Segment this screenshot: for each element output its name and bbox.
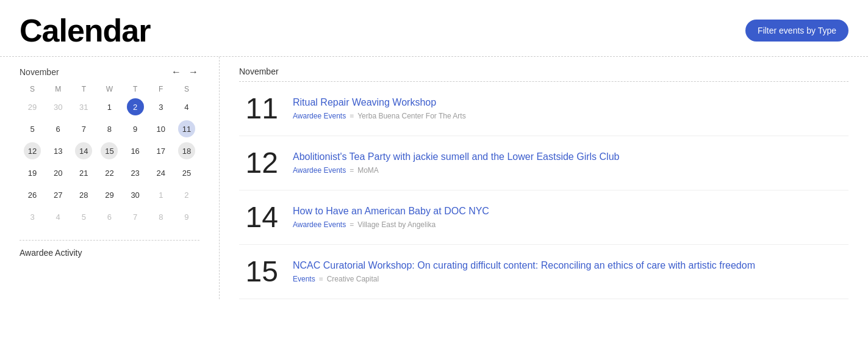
- calendar-day-cell[interactable]: 30: [45, 96, 71, 118]
- calendar-day-cell[interactable]: 21: [71, 162, 96, 184]
- calendar-day-cell[interactable]: 28: [71, 184, 96, 206]
- event-tag: Events: [293, 275, 315, 283]
- event-separator: =: [350, 166, 354, 175]
- calendar-day-cell[interactable]: 8: [148, 206, 174, 228]
- event-day-number: 12: [239, 148, 278, 178]
- calendar-day-header: S: [174, 82, 199, 96]
- page-title: Calendar: [20, 15, 151, 46]
- event-details: Ritual Repair Weaving WorkshopAwardee Ev…: [293, 94, 848, 120]
- calendar-nav: ← →: [170, 67, 199, 78]
- event-title-link[interactable]: NCAC Curatorial Workshop: On curating di…: [293, 259, 848, 272]
- calendar-day-cell[interactable]: 5: [20, 118, 45, 140]
- events-content: November 11Ritual Repair Weaving Worksho…: [220, 57, 868, 299]
- calendar-day-cell[interactable]: 1: [96, 96, 122, 118]
- event-item: 11Ritual Repair Weaving WorkshopAwardee …: [239, 82, 848, 136]
- calendar-day-cell[interactable]: 29: [96, 184, 122, 206]
- calendar-day-cell[interactable]: 22: [96, 162, 122, 184]
- calendar-day-cell[interactable]: 17: [148, 140, 174, 162]
- calendar-day-cell[interactable]: 25: [174, 162, 199, 184]
- event-item: 15NCAC Curatorial Workshop: On curating …: [239, 245, 848, 299]
- calendar-day-cell[interactable]: 9: [174, 206, 199, 228]
- calendar-day-header: T: [71, 82, 96, 96]
- event-venue: MoMA: [357, 166, 379, 175]
- events-month-header: November: [239, 57, 848, 82]
- event-list: 11Ritual Repair Weaving WorkshopAwardee …: [239, 82, 848, 299]
- event-title-link[interactable]: How to Have an American Baby at DOC NYC: [293, 205, 848, 218]
- event-title-link[interactable]: Ritual Repair Weaving Workshop: [293, 96, 848, 109]
- event-tag: Awardee Events: [293, 220, 346, 229]
- event-meta: Awardee Events=Village East by Angelika: [293, 220, 848, 229]
- calendar-day-cell[interactable]: 14: [71, 140, 96, 162]
- calendar-day-cell[interactable]: 6: [45, 118, 71, 140]
- calendar-header: November ← →: [20, 67, 199, 78]
- calendar-day-cell[interactable]: 7: [123, 206, 148, 228]
- event-meta: Awardee Events=Yerba Buena Center For Th…: [293, 112, 848, 120]
- calendar-day-cell[interactable]: 5: [71, 206, 96, 228]
- calendar-day-cell[interactable]: 2: [123, 96, 148, 118]
- event-separator: =: [350, 220, 354, 229]
- event-title-link[interactable]: Abolitionist's Tea Party with jackie sum…: [293, 151, 848, 164]
- calendar-day-cell[interactable]: 27: [45, 184, 71, 206]
- calendar-day-cell[interactable]: 8: [96, 118, 122, 140]
- calendar-prev-button[interactable]: ←: [170, 67, 182, 78]
- sidebar-divider: [20, 240, 199, 241]
- calendar-day-cell[interactable]: 20: [45, 162, 71, 184]
- calendar-day-header: M: [45, 82, 71, 96]
- event-venue: Yerba Buena Center For The Arts: [357, 112, 465, 120]
- event-tag: Awardee Events: [293, 166, 346, 175]
- calendar-day-cell[interactable]: 7: [71, 118, 96, 140]
- calendar-day-cell[interactable]: 23: [123, 162, 148, 184]
- main-layout: November ← → SMTWTFS 2930311234567891011…: [0, 57, 868, 299]
- calendar-day-cell[interactable]: 1: [148, 184, 174, 206]
- calendar-day-header: W: [96, 82, 122, 96]
- calendar-day-cell[interactable]: 24: [148, 162, 174, 184]
- page-header: Calendar Filter events by Type: [0, 0, 868, 56]
- event-details: How to Have an American Baby at DOC NYCA…: [293, 203, 848, 229]
- event-details: NCAC Curatorial Workshop: On curating di…: [293, 257, 848, 283]
- sidebar: November ← → SMTWTFS 2930311234567891011…: [0, 57, 220, 299]
- event-item: 12Abolitionist's Tea Party with jackie s…: [239, 136, 848, 190]
- event-separator: =: [350, 112, 354, 120]
- calendar-day-cell[interactable]: 10: [148, 118, 174, 140]
- event-venue: Creative Capital: [327, 275, 379, 283]
- calendar-day-cell[interactable]: 4: [45, 206, 71, 228]
- calendar-day-cell[interactable]: 4: [174, 96, 199, 118]
- calendar-day-cell[interactable]: 11: [174, 118, 199, 140]
- calendar-day-cell[interactable]: 16: [123, 140, 148, 162]
- calendar-day-cell[interactable]: 2: [174, 184, 199, 206]
- awardee-activity-label: Awardee Activity: [20, 248, 199, 258]
- calendar-day-cell[interactable]: 31: [71, 96, 96, 118]
- calendar-day-cell[interactable]: 29: [20, 96, 45, 118]
- calendar-day-cell[interactable]: 30: [123, 184, 148, 206]
- event-item: 14How to Have an American Baby at DOC NY…: [239, 190, 848, 245]
- event-meta: Events=Creative Capital: [293, 275, 848, 283]
- calendar-day-header: S: [20, 82, 45, 96]
- calendar-day-cell[interactable]: 12: [20, 140, 45, 162]
- event-venue: Village East by Angelika: [357, 220, 436, 229]
- calendar-next-button[interactable]: →: [187, 67, 199, 78]
- filter-events-button[interactable]: Filter events by Type: [745, 20, 848, 42]
- calendar-day-header: T: [123, 82, 148, 96]
- calendar-day-cell[interactable]: 19: [20, 162, 45, 184]
- event-day-number: 11: [239, 94, 278, 123]
- event-details: Abolitionist's Tea Party with jackie sum…: [293, 148, 848, 175]
- calendar-day-cell[interactable]: 15: [96, 140, 122, 162]
- calendar-day-header: F: [148, 82, 174, 96]
- calendar-day-cell[interactable]: 3: [20, 206, 45, 228]
- calendar-day-cell[interactable]: 6: [96, 206, 122, 228]
- calendar-day-cell[interactable]: 26: [20, 184, 45, 206]
- event-day-number: 15: [239, 257, 278, 286]
- event-separator: =: [319, 275, 323, 283]
- calendar-day-cell[interactable]: 9: [123, 118, 148, 140]
- event-meta: Awardee Events=MoMA: [293, 166, 848, 175]
- calendar-day-cell[interactable]: 18: [174, 140, 199, 162]
- calendar-day-cell[interactable]: 13: [45, 140, 71, 162]
- event-tag: Awardee Events: [293, 112, 346, 120]
- calendar-grid: SMTWTFS 29303112345678910111213141516171…: [20, 82, 199, 228]
- calendar-month-label: November: [20, 67, 59, 77]
- event-day-number: 14: [239, 203, 278, 232]
- calendar-day-cell[interactable]: 3: [148, 96, 174, 118]
